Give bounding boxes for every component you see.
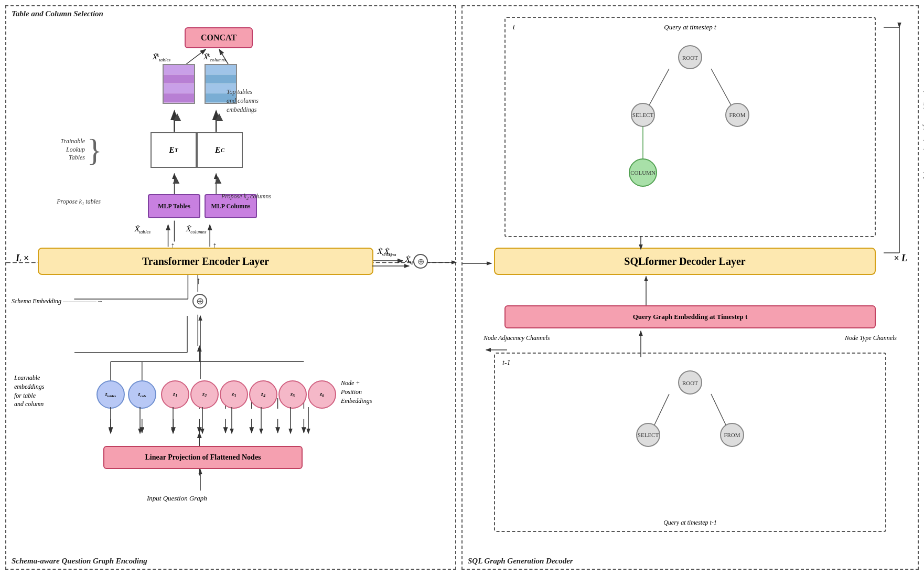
propose-k1-label: Propose k1 tables xyxy=(33,198,101,206)
x-hat-q-right: X̂Q xyxy=(384,248,392,257)
xq-out-svg xyxy=(427,258,459,274)
svg-text:COLUMN: COLUMN xyxy=(630,169,656,176)
tree-t-svg: ROOT SELECT FROM COLUMN xyxy=(601,39,779,228)
tree-to-embed-svg xyxy=(636,328,651,360)
svg-text:ROOT: ROOT xyxy=(682,55,698,61)
svg-line-64 xyxy=(711,394,727,427)
ec-box: EC xyxy=(197,132,243,168)
plus-circle-output: ⊕ xyxy=(413,254,428,269)
transformer-box: Transformer Encoder Layer xyxy=(38,248,373,275)
t-label: t xyxy=(513,23,515,31)
linear-proj-label: Linear Projection of Flattened Nodes xyxy=(145,453,261,462)
arrow-mlp-ec: ▲ xyxy=(212,174,224,186)
trainable-label: TrainableLookupTables xyxy=(33,137,85,162)
autoregressive-text: Autoregressive input for next timestep xyxy=(921,85,924,180)
nodes-up-svg xyxy=(6,311,457,389)
tree-t1-svg: ROOT SELECT FROM xyxy=(617,364,764,490)
node-adjacency-label: Node Adjacency Channels xyxy=(484,334,550,342)
et-box: ET xyxy=(151,132,197,168)
input-question-text: Input Question Graph xyxy=(147,494,207,502)
svg-text:FROM: FROM xyxy=(729,112,745,118)
l-x-label: L × xyxy=(16,253,29,264)
query-embed-box: Query Graph Embedding at Timestep t xyxy=(504,305,876,328)
arrow-et-up: ▲ xyxy=(170,110,184,124)
svg-line-74 xyxy=(711,69,732,107)
decoder-box: SQLformer Decoder Layer xyxy=(494,248,876,275)
plus-circle-schema: ⊕ xyxy=(192,294,207,308)
svg-text:SELECT: SELECT xyxy=(632,112,654,118)
mlp-tables-label: MLP Tables xyxy=(158,203,190,210)
embed-left-svg xyxy=(484,342,510,358)
svg-text:ROOT: ROOT xyxy=(682,380,698,386)
right-panel-bottom-title: SQL Graph Generation Decoder xyxy=(468,557,573,566)
svg-text:SELECT: SELECT xyxy=(638,432,659,438)
linear-proj-box: Linear Projection of Flattened Nodes xyxy=(103,446,303,469)
left-panel: Table and Column Selection Schema-aware … xyxy=(5,5,456,570)
concat-box: CONCAT xyxy=(185,27,253,48)
mlp-columns-label: MLP Columns xyxy=(211,203,250,210)
query-tree-bottom-box: t-1 Query at timestep t-1 ROOT SELECT xyxy=(494,353,886,532)
arrow-mlp-et: ▲ xyxy=(170,174,182,186)
embed-to-decoder-svg xyxy=(641,274,657,308)
x-hat-tables-lower: X̂tables xyxy=(134,225,151,235)
left-panel-bottom-title: Schema-aware Question Graph Encoding xyxy=(12,557,147,566)
query-t-label: Query at timestep t xyxy=(664,23,716,31)
x-hat-columns-lower: X̂columns xyxy=(186,225,207,235)
schema-embedding-label: Schema Embedding ——————→ xyxy=(12,297,103,305)
xq-input-svg xyxy=(463,255,499,271)
x-hat-k-columns-label: X̂kcolumns xyxy=(203,52,226,62)
arrow-plus-transformer: ↑ xyxy=(196,275,201,286)
query-t1-label: Query at timestep t-1 xyxy=(663,519,717,527)
svg-line-73 xyxy=(648,69,669,107)
nodes-to-linear-svg xyxy=(95,407,316,449)
x-hat-k-tables-label: X̂ktables xyxy=(152,52,170,62)
decoder-label: SQLformer Decoder Layer xyxy=(624,255,745,268)
tree-to-decoder-svg xyxy=(636,236,651,252)
tables-embedding-grid xyxy=(163,64,195,104)
svg-text:FROM: FROM xyxy=(724,432,740,438)
query-tree-top-box: t Query at timestep t ROOT SELECT xyxy=(504,17,876,237)
t1-label: t-1 xyxy=(502,359,511,367)
arrow-input-svg xyxy=(195,467,206,493)
autoregressive-arrow-svg xyxy=(878,22,920,279)
autoregressive-label: Autoregressive input for next timestep xyxy=(921,85,924,180)
input-question-label: Input Question Graph xyxy=(147,494,207,503)
right-panel: SQL Graph Generation Decoder Autoregress… xyxy=(461,5,919,570)
mlp-tables-box: MLP Tables xyxy=(148,194,200,218)
xschema-arrow-svg xyxy=(372,258,414,274)
svg-line-63 xyxy=(653,394,669,427)
query-embed-label: Query Graph Embedding at Timestep t xyxy=(633,313,748,321)
arrow-ec-up: ▲ xyxy=(212,110,226,124)
node-type-label: Node Type Channels xyxy=(845,334,897,342)
transformer-label: Transformer Encoder Layer xyxy=(142,255,269,268)
main-container: Table and Column Selection Schema-aware … xyxy=(0,0,924,575)
left-panel-title: Table and Column Selection xyxy=(12,9,103,18)
propose-k2-label: Propose k2 columns xyxy=(221,193,271,201)
concat-label: CONCAT xyxy=(201,33,237,42)
top-tables-label: Top tablesand columnsembeddings xyxy=(227,88,259,114)
